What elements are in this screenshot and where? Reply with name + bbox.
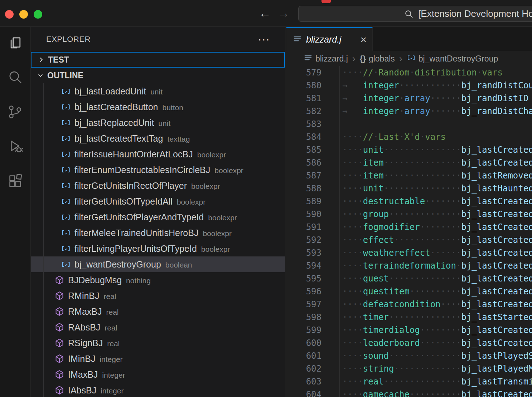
code-line[interactable]: 589····destructable·······bj_lastCreated… xyxy=(286,195,532,208)
outline-item[interactable]: RSignBJ real xyxy=(31,335,285,351)
code-line[interactable]: 601····sound··············bj_lastPlayedS… xyxy=(286,349,532,362)
code-line[interactable]: 600····leaderboard········bj_lastCreated… xyxy=(286,337,532,349)
outline-item[interactable]: RMaxBJ real xyxy=(31,304,285,319)
code-line[interactable]: 584····//·Last·X'd·vars xyxy=(286,131,532,143)
outline-item-type: boolexpr xyxy=(197,151,226,159)
code-line[interactable]: 599····timerdialog········bj_lastCreated… xyxy=(286,324,532,337)
code-line[interactable]: 588····unit···············bj_lastHaunted… xyxy=(286,182,532,195)
code-line[interactable]: 596····questitem··········bj_lastCreated… xyxy=(286,285,532,298)
symbol-variable-icon xyxy=(61,149,71,159)
outline-item[interactable]: bj_wantDestroyGroup boolean xyxy=(31,256,285,272)
more-actions-button[interactable]: ⋯ xyxy=(258,36,270,43)
breadcrumb-file[interactable]: blizzard.j xyxy=(304,53,348,64)
code-text: ····//·Random·distribution·vars xyxy=(321,66,503,79)
outline-item[interactable]: filterEnumDestructablesInCircleBJ boolex… xyxy=(31,162,285,178)
line-number: 602 xyxy=(286,362,321,375)
symbol-method-icon xyxy=(54,354,64,364)
outline-item-type: boolexpr xyxy=(191,182,220,191)
outline-item[interactable]: filterGetUnitsInRectOfPlayer boolexpr xyxy=(31,178,285,193)
code-text: ····item···············bj_lastCreatedIte… xyxy=(321,156,532,169)
outline-item-label: bj_wantDestroyGroup xyxy=(74,259,161,270)
breadcrumb-separator: › xyxy=(352,53,356,64)
outline-item-label: filterGetUnitsInRectOfPlayer xyxy=(74,181,187,191)
symbol-method-icon xyxy=(54,385,64,395)
code-line[interactable]: 594····terraindeformation·bj_lastCreated… xyxy=(286,259,532,272)
code-line[interactable]: 597····defeatcondition····bj_lastCreated… xyxy=(286,298,532,311)
tab-blizzard-j[interactable]: blizzard.j × xyxy=(286,27,373,51)
outline-item-label: filterLivingPlayerUnitsOfTypeId xyxy=(74,244,197,254)
symbol-method-icon xyxy=(54,369,64,379)
source-control-icon[interactable] xyxy=(0,98,30,126)
breadcrumb-symbol[interactable]: bj_wantDestroyGroup xyxy=(407,53,498,64)
sidebar-header: EXPLORER ⋯ xyxy=(31,27,285,52)
code-line[interactable]: 598····timer··············bj_lastStarted… xyxy=(286,311,532,324)
code-line[interactable]: 590····group··············bj_lastCreated… xyxy=(286,208,532,221)
outline-item-type: unit xyxy=(158,119,170,128)
outline-item[interactable]: RMinBJ real xyxy=(31,288,285,304)
command-center[interactable]: [Extension Development Host] xyxy=(298,6,532,22)
section-outline[interactable]: OUTLINE xyxy=(31,68,285,83)
code-text: ····group··············bj_lastCreatedGro… xyxy=(321,208,532,221)
outline-item[interactable]: IAbsBJ integer xyxy=(31,382,285,397)
line-number: 588 xyxy=(286,182,321,195)
outline-item[interactable]: bj_lastLoadedUnit unit xyxy=(31,83,285,99)
outline-item-type: real xyxy=(106,308,119,317)
outline-item-label: filterEnumDestructablesInCircleBJ xyxy=(74,165,210,175)
line-number: 593 xyxy=(286,246,321,259)
code-editor[interactable]: 579····//·Random·distribution·vars580→ i… xyxy=(286,66,532,397)
outline-item[interactable]: filterGetUnitsOfPlayerAndTypeId boolexpr xyxy=(31,209,285,225)
close-window-button[interactable] xyxy=(5,10,14,19)
outline-item-type: button xyxy=(162,103,183,112)
line-number: 594 xyxy=(286,259,321,272)
navigate-back-button[interactable]: ← xyxy=(257,5,273,21)
outline-item[interactable]: filterIssueHauntOrderAtLocBJ boolexpr xyxy=(31,146,285,162)
outline-item-type: integer xyxy=(100,355,122,364)
outline-item[interactable]: IMinBJ integer xyxy=(31,351,285,367)
navigate-forward-button[interactable]: → xyxy=(276,5,291,21)
run-and-debug-icon[interactable] xyxy=(0,133,30,160)
code-text: → integer·array······bj_randDistID xyxy=(321,92,528,105)
outline-item[interactable]: BJDebugMsg nothing xyxy=(31,272,285,288)
line-number: 587 xyxy=(286,169,321,182)
extensions-icon[interactable] xyxy=(0,168,30,195)
explorer-icon[interactable] xyxy=(0,29,30,57)
outline-item[interactable]: bj_lastReplacedUnit unit xyxy=(31,115,285,131)
code-text: ····//·Last·X'd·vars xyxy=(321,131,446,143)
code-line[interactable]: 593····weathereffect······bj_lastCreated… xyxy=(286,246,532,259)
code-line[interactable]: 602····string·············bj_lastPlayedM… xyxy=(286,362,532,375)
outline-item[interactable]: filterGetUnitsOfTypeIdAll boolexpr xyxy=(31,193,285,209)
code-line[interactable]: 583 xyxy=(286,118,532,131)
code-line[interactable]: 603····real···············bj_lastTransmi… xyxy=(286,375,532,388)
breadcrumb-separator: › xyxy=(399,53,402,64)
section-test[interactable]: TEST xyxy=(31,52,285,68)
code-line[interactable]: 581→ integer·array······bj_randDistID xyxy=(286,92,532,105)
close-tab-button[interactable]: × xyxy=(360,34,367,45)
code-line[interactable]: 595····quest··············bj_lastCreated… xyxy=(286,272,532,285)
search-icon[interactable] xyxy=(0,63,30,90)
code-line[interactable]: 580→ integer············bj_randDistCount xyxy=(286,79,532,92)
outline-item[interactable]: bj_lastCreatedTextTag texttag xyxy=(31,131,285,146)
minimize-window-button[interactable] xyxy=(19,10,28,19)
breadcrumb: blizzard.j › {} globals › bj_wantDestroy… xyxy=(286,51,532,66)
code-line[interactable]: 591····fogmodifier········bj_lastCreated… xyxy=(286,221,532,234)
outline-item[interactable]: filterMeleeTrainedUnitIsHeroBJ boolexpr xyxy=(31,225,285,241)
code-line[interactable]: 604····gamecache··········bj_lastCreated… xyxy=(286,388,532,397)
outline-item[interactable]: RAbsBJ real xyxy=(31,319,285,335)
outline-item[interactable]: filterLivingPlayerUnitsOfTypeId boolexpr xyxy=(31,241,285,256)
line-number: 583 xyxy=(286,118,321,131)
code-text: ····string·············bj_lastPlayedMusi… xyxy=(321,362,532,375)
code-line[interactable]: 585····unit···············bj_lastCreated… xyxy=(286,143,532,156)
code-line[interactable]: 579····//·Random·distribution·vars xyxy=(286,66,532,79)
zoom-window-button[interactable] xyxy=(34,10,42,19)
outline-item-type: boolean xyxy=(165,261,192,269)
outline-item[interactable]: bj_lastCreatedButton button xyxy=(31,99,285,115)
outline-item[interactable]: IMaxBJ integer xyxy=(31,367,285,382)
outline-item-label: IAbsBJ xyxy=(68,385,96,396)
symbol-variable-icon xyxy=(61,86,71,96)
code-line[interactable]: 587····item···············bj_lastRemoved… xyxy=(286,169,532,182)
line-number: 604 xyxy=(286,388,321,397)
code-line[interactable]: 592····effect·············bj_lastCreated… xyxy=(286,234,532,246)
breadcrumb-globals[interactable]: {} globals xyxy=(360,54,395,64)
code-line[interactable]: 582→ integer·array······bj_randDistChanc… xyxy=(286,105,532,118)
code-line[interactable]: 586····item···············bj_lastCreated… xyxy=(286,156,532,169)
